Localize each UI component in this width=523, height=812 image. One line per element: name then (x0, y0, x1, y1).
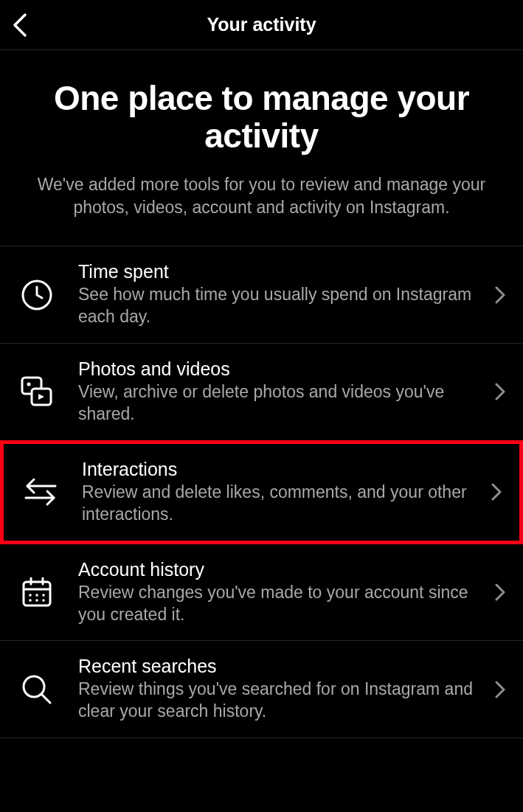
svg-rect-7 (24, 582, 50, 605)
item-content: Interactions Review and delete likes, co… (82, 459, 491, 526)
back-button[interactable] (12, 12, 28, 38)
chevron-right-icon (495, 583, 505, 601)
item-desc: Review and delete likes, comments, and y… (82, 482, 478, 526)
svg-point-2 (27, 383, 31, 386)
chevron-left-icon (12, 12, 28, 38)
list-item-account-history[interactable]: Account history Review changes you've ma… (0, 544, 523, 642)
item-content: Photos and videos View, archive or delet… (78, 358, 495, 426)
item-title: Time spent (78, 261, 482, 282)
chevron-right-icon (495, 681, 505, 698)
list-item-time-spent[interactable]: Time spent See how much time you usually… (0, 246, 523, 344)
hero-title: One place to manage your activity (35, 80, 488, 154)
search-icon (18, 670, 56, 709)
chevron-right-icon (495, 286, 505, 304)
chevron-right-icon (491, 483, 502, 501)
item-content: Account history Review changes you've ma… (78, 559, 495, 626)
photos-videos-icon (18, 372, 56, 411)
item-content: Time spent See how much time you usually… (78, 261, 495, 328)
item-content: Recent searches Review things you've sea… (78, 656, 495, 723)
page-title: Your activity (12, 14, 511, 35)
item-title: Account history (78, 559, 482, 580)
svg-point-16 (42, 599, 45, 602)
header: Your activity (0, 0, 523, 50)
list-item-recent-searches[interactable]: Recent searches Review things you've sea… (0, 641, 523, 738)
svg-point-11 (29, 594, 32, 597)
list-item-photos-videos[interactable]: Photos and videos View, archive or delet… (0, 344, 523, 441)
item-desc: View, archive or delete photos and video… (78, 381, 482, 426)
svg-point-12 (35, 594, 38, 597)
svg-point-14 (29, 599, 32, 602)
svg-line-18 (41, 694, 50, 703)
item-desc: Review changes you've made to your accou… (78, 582, 482, 626)
item-title: Recent searches (78, 656, 482, 677)
calendar-icon (18, 573, 56, 611)
item-desc: See how much time you usually spend on I… (78, 284, 482, 328)
svg-point-13 (42, 594, 45, 597)
list-item-interactions[interactable]: Interactions Review and delete likes, co… (0, 440, 523, 544)
chevron-right-icon (495, 383, 505, 400)
activity-list: Time spent See how much time you usually… (0, 246, 523, 738)
hero-section: One place to manage your activity We've … (0, 50, 523, 246)
item-title: Interactions (82, 459, 478, 480)
interactions-icon (21, 473, 60, 511)
item-title: Photos and videos (78, 358, 482, 380)
item-desc: Review things you've searched for on Ins… (78, 679, 482, 723)
svg-point-15 (35, 599, 38, 602)
clock-icon (18, 276, 56, 314)
hero-subtitle: We've added more tools for you to review… (35, 173, 488, 219)
